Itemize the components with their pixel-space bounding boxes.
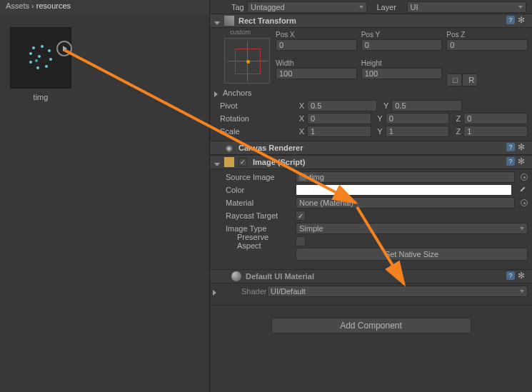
breadcrumb-folder[interactable]: resources — [36, 1, 71, 10]
asset-name[interactable]: timg — [10, 93, 71, 101]
material-field[interactable]: None (Material) — [296, 197, 515, 208]
material-foldout[interactable] — [213, 288, 219, 294]
anchor-preset-button[interactable]: custom custom — [214, 29, 271, 86]
pos-z-label: Pos Z — [446, 31, 528, 39]
pivot-x-field[interactable]: 0.5 — [307, 100, 377, 111]
height-field[interactable]: 100 — [361, 68, 443, 79]
raw-edit-button[interactable]: R — [462, 74, 478, 86]
image-component-icon — [224, 157, 234, 167]
blueprint-mode-button[interactable]: □ — [446, 74, 462, 86]
color-label: Color — [214, 186, 293, 194]
gear-icon[interactable] — [518, 143, 528, 153]
color-field[interactable] — [296, 184, 512, 196]
rotation-x-field[interactable]: 0 — [307, 113, 371, 124]
anchors-label: Anchors — [223, 89, 251, 97]
pos-x-label: Pos X — [276, 31, 357, 39]
pos-y-field[interactable]: 0 — [361, 39, 443, 51]
help-icon[interactable]: ? — [506, 271, 515, 280]
tag-value: Untagged — [251, 3, 285, 11]
shader-dropdown[interactable]: UI/Default — [267, 286, 528, 297]
material-title: Default UI Material — [246, 272, 314, 281]
image-type-dropdown[interactable]: Simple — [296, 223, 528, 234]
image-type-label: Image Type — [214, 224, 293, 233]
scale-z-field[interactable]: 1 — [463, 126, 528, 137]
scale-y-field[interactable]: 1 — [386, 126, 450, 137]
raycast-checkbox[interactable] — [296, 211, 306, 221]
help-icon[interactable]: ? — [506, 143, 515, 151]
shader-label: Shader — [221, 287, 264, 296]
add-component-button[interactable]: Add Component — [271, 318, 471, 333]
tag-label: Tag — [216, 3, 243, 11]
layer-value: UI — [411, 3, 418, 11]
asset-thumbnail[interactable] — [10, 27, 71, 89]
pivot-label: Pivot — [214, 101, 293, 110]
image-component-header[interactable]: Image (Script) ? — [210, 155, 532, 169]
preserve-aspect-label: Preserve Aspect — [214, 233, 293, 250]
anchors-foldout[interactable] — [214, 90, 220, 96]
width-field[interactable]: 100 — [276, 68, 357, 79]
image-component-title: Image (Script) — [253, 158, 305, 166]
scale-label: Scale — [214, 127, 293, 136]
pivot-y-field[interactable]: 0.5 — [391, 100, 461, 111]
material-header[interactable]: Default UI Material ? — [210, 269, 532, 283]
asset-item[interactable]: timg — [10, 27, 71, 101]
material-icon — [231, 271, 241, 281]
help-icon[interactable]: ? — [506, 16, 515, 24]
foldout-icon[interactable] — [214, 18, 220, 24]
width-label: Width — [276, 59, 357, 67]
set-native-size-button[interactable]: Set Native Size — [296, 248, 528, 261]
rotation-label: Rotation — [214, 114, 293, 123]
scale-x-field[interactable]: 1 — [307, 126, 371, 137]
pos-y-label: Pos Y — [361, 31, 443, 39]
rotation-y-field[interactable]: 0 — [386, 113, 450, 124]
canvas-renderer-icon: ◉ — [224, 144, 234, 153]
sprite-preview-icon — [26, 44, 55, 72]
raycast-label: Raycast Target — [214, 211, 293, 220]
eyedropper-icon[interactable] — [518, 185, 528, 195]
source-image-value: timg — [309, 173, 324, 181]
rect-transform-header[interactable]: Rect Transform ? — [210, 14, 532, 28]
blueprint-raw-buttons[interactable]: □R — [446, 74, 528, 86]
project-panel: Assets › resources timg — [0, 0, 210, 392]
object-picker-icon[interactable] — [521, 174, 528, 181]
pos-z-field[interactable]: 0 — [446, 39, 528, 51]
layer-label: Layer — [371, 3, 403, 11]
breadcrumb-root[interactable]: Assets — [6, 1, 29, 10]
gear-icon[interactable] — [518, 271, 528, 281]
object-picker-icon[interactable] — [521, 199, 528, 206]
gear-icon[interactable] — [518, 16, 528, 26]
foldout-icon[interactable] — [214, 159, 220, 165]
gear-icon[interactable] — [518, 157, 528, 167]
layer-dropdown[interactable]: UI — [407, 1, 527, 13]
play-icon[interactable] — [56, 41, 72, 56]
rect-transform-title: Rect Transform — [239, 16, 296, 25]
preserve-aspect-checkbox[interactable] — [296, 236, 306, 246]
rotation-z-field[interactable]: 0 — [463, 113, 528, 124]
assets-grid[interactable]: timg — [0, 13, 209, 116]
material-value: None (Material) — [299, 198, 353, 207]
breadcrumb[interactable]: Assets › resources — [0, 0, 209, 13]
inspector-panel: Tag Untagged Layer UI Rect Transform ? c… — [210, 0, 532, 392]
canvas-renderer-header[interactable]: ◉ Canvas Renderer ? — [210, 141, 532, 155]
sprite-icon — [299, 174, 306, 181]
canvas-renderer-title: Canvas Renderer — [239, 144, 303, 152]
pos-x-field[interactable]: 0 — [276, 39, 357, 51]
material-label: Material — [214, 198, 293, 207]
breadcrumb-separator: › — [31, 1, 34, 10]
height-label: Height — [361, 59, 443, 67]
tag-dropdown[interactable]: Untagged — [247, 1, 367, 13]
rect-transform-icon — [224, 16, 234, 26]
source-image-field[interactable]: timg — [296, 171, 515, 183]
image-enabled-checkbox[interactable] — [239, 158, 247, 166]
help-icon[interactable]: ? — [506, 157, 515, 166]
anchor-preset-top-label: custom — [230, 29, 251, 36]
source-image-label: Source Image — [214, 173, 293, 181]
